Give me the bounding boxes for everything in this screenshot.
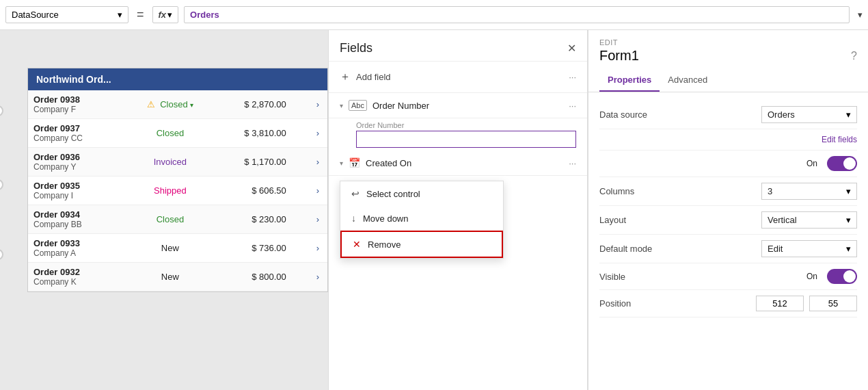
prop-row-edit-fields: Edit fields: [599, 129, 857, 151]
context-menu-label: Move down: [363, 213, 408, 224]
position-x-input[interactable]: [756, 296, 804, 311]
columns-dropdown[interactable]: 3 ▾: [761, 183, 857, 200]
order-info: Order 0932 Company K: [33, 267, 116, 287]
prop-row-layout: Layout Vertical ▾: [599, 206, 857, 235]
visible-toggle[interactable]: [827, 269, 857, 284]
field-expand-icon: ▾: [340, 159, 343, 167]
field-name-label: Order Number: [372, 101, 563, 111]
prop-label-layout: Layout: [599, 215, 626, 225]
remove-icon: ✕: [353, 239, 361, 250]
warning-icon: ⚠: [147, 99, 155, 109]
prop-label-visible: Visible: [599, 272, 625, 282]
field-dots-menu[interactable]: ···: [569, 158, 576, 168]
context-menu-remove[interactable]: ✕ Remove: [340, 231, 503, 258]
table-row[interactable]: Order 0938 Company F ⚠ Closed ▾ $ 2,870.…: [28, 90, 327, 119]
main-area: Northwind Ord... Order 0938 Company F ⚠ …: [0, 30, 868, 390]
fx-chevron: ▾: [167, 10, 172, 20]
field-type-icon: Abc: [349, 100, 367, 111]
order-status-text: Closed: [143, 128, 198, 138]
order-company: Company BB: [33, 220, 116, 229]
row-chevron[interactable]: ›: [314, 128, 322, 138]
datasource-dropdown-chevron: ▾: [846, 109, 851, 120]
row-chevron[interactable]: ›: [314, 157, 322, 167]
prop-row-columns: Columns 3 ▾: [599, 177, 857, 206]
layout-dropdown[interactable]: Vertical ▾: [761, 211, 857, 229]
datasource-select[interactable]: DataSource ▾: [5, 6, 128, 23]
fields-title: Fields: [340, 41, 372, 55]
tab-advanced[interactable]: Advanced: [660, 69, 716, 92]
columns-value: 3: [768, 186, 772, 196]
row-chevron[interactable]: ›: [314, 272, 322, 282]
properties-tabs: Properties Advanced: [588, 69, 868, 92]
fx-button[interactable]: fx ▾: [152, 6, 179, 23]
help-icon[interactable]: ?: [851, 50, 857, 62]
field-calendar-icon: 📅: [349, 157, 360, 168]
table-row[interactable]: Order 0933 Company A New $ 736.00 ›: [28, 234, 327, 263]
order-amount: $ 3,810.00: [225, 128, 286, 138]
move-down-icon: ↓: [351, 213, 356, 224]
fx-label: fx: [159, 10, 167, 20]
table-row[interactable]: Order 0935 Company I Shipped $ 606.50 ›: [28, 177, 327, 205]
prop-label-datasource: Data source: [599, 109, 647, 120]
row-chevron[interactable]: ›: [314, 185, 322, 196]
order-company: Company I: [33, 191, 116, 200]
fields-header: Fields ✕: [329, 30, 587, 62]
order-amount: $ 736.00: [225, 243, 286, 253]
slider-handle-mid[interactable]: [0, 179, 3, 190]
order-info: Order 0937 Company CC: [33, 123, 116, 143]
order-status-text: Closed: [143, 214, 198, 224]
form-title-row: Form1 ?: [588, 47, 868, 69]
status-chevron-down: ▾: [190, 101, 193, 109]
tab-properties[interactable]: Properties: [599, 69, 660, 92]
default-mode-dropdown[interactable]: Edit ▾: [761, 240, 857, 257]
field-item-order-number[interactable]: ▾ Abc Order Number ···: [329, 93, 587, 118]
order-number: Order 0937: [33, 123, 116, 133]
datasource-dropdown[interactable]: Orders ▾: [761, 106, 857, 123]
order-number-input[interactable]: [356, 131, 576, 148]
select-control-icon: ↩: [351, 188, 360, 199]
context-menu-select-control[interactable]: ↩ Select control: [340, 181, 503, 206]
row-chevron[interactable]: ›: [314, 214, 322, 224]
close-button[interactable]: ✕: [567, 42, 576, 55]
snap-toggle-label: On: [806, 159, 817, 168]
order-status-text: New: [143, 243, 198, 253]
order-info: Order 0936 Company Y: [33, 152, 116, 172]
order-amount: $ 800.00: [225, 272, 286, 282]
table-row[interactable]: Order 0936 Company Y Invoiced $ 1,170.00…: [28, 148, 327, 177]
order-company: Company F: [33, 105, 116, 114]
visible-toggle-label: On: [806, 272, 817, 281]
add-field-button[interactable]: ＋ Add field ···: [329, 62, 587, 93]
field-item-created-on[interactable]: ▾ 📅 Created On ···: [329, 151, 587, 176]
position-y-input[interactable]: [809, 296, 857, 311]
form-title: Form1: [599, 48, 639, 64]
order-company: Company A: [33, 248, 116, 258]
formula-bar[interactable]: Orders: [184, 6, 850, 23]
datasource-chevron: ▾: [118, 10, 122, 20]
properties-panel: EDIT Form1 ? Properties Advanced Data so…: [588, 30, 868, 390]
order-number: Order 0935: [33, 181, 116, 191]
table-row[interactable]: Order 0934 Company BB Closed $ 230.00 ›: [28, 205, 327, 234]
layout-dropdown-chevron: ▾: [846, 215, 851, 225]
formula-value: Orders: [190, 10, 219, 20]
order-info: Order 0935 Company I: [33, 181, 116, 200]
snap-toggle[interactable]: [827, 156, 857, 171]
slider-handle-bottom[interactable]: [0, 249, 3, 260]
table-header-text: Northwind Ord...: [36, 74, 111, 85]
row-chevron[interactable]: ›: [314, 243, 322, 253]
order-company: Company CC: [33, 133, 116, 143]
field-dots-menu[interactable]: ···: [569, 101, 576, 111]
table-row[interactable]: Order 0932 Company K New $ 800.00 ›: [28, 263, 327, 291]
default-mode-value: Edit: [768, 244, 783, 254]
slider-handle-top[interactable]: [0, 105, 3, 116]
formula-chevron[interactable]: ▾: [858, 10, 863, 20]
order-info: Order 0934 Company BB: [33, 209, 116, 229]
toggle-thumb: [843, 270, 856, 283]
prop-row-default-mode: Default mode Edit ▾: [599, 235, 857, 263]
edit-fields-link[interactable]: Edit fields: [822, 135, 857, 144]
fields-panel: Fields ✕ ＋ Add field ··· ▾ Abc Order Num…: [328, 30, 588, 390]
table-row[interactable]: Order 0937 Company CC Closed $ 3,810.00 …: [28, 119, 327, 148]
add-field-dots[interactable]: ···: [569, 72, 576, 82]
context-menu-move-down[interactable]: ↓ Move down: [340, 206, 503, 231]
row-chevron[interactable]: ›: [314, 99, 322, 109]
order-number-input-area: Order Number: [329, 118, 587, 151]
